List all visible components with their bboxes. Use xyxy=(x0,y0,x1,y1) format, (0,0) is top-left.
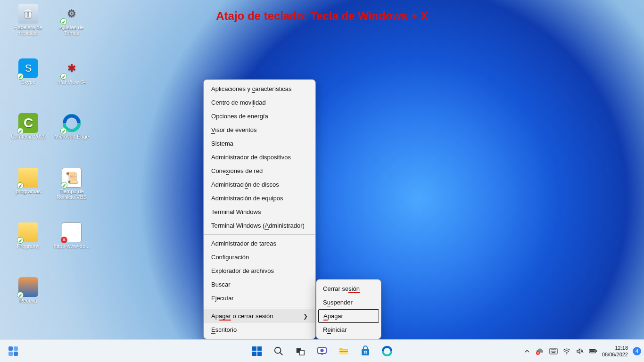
winx-item-task-manager[interactable]: Administrador de tareas xyxy=(204,237,315,250)
annotation-text: Atajo de teclado: Tecla de Windows + X xyxy=(0,9,644,23)
winx-item-computer-management[interactable]: Administración de equipos xyxy=(204,191,315,205)
clock-date: 08/06/2022 xyxy=(602,351,628,358)
submenu-item-sleep[interactable]: Suspender xyxy=(316,296,381,309)
notification-button[interactable]: 4 xyxy=(633,347,641,355)
icon-label: Recuva xyxy=(19,298,37,304)
svg-rect-3 xyxy=(8,352,13,356)
winx-item-terminal[interactable]: Terminal Windows xyxy=(204,205,315,219)
winx-item-event-viewer[interactable]: Visor de eventos xyxy=(204,123,315,137)
svg-rect-16 xyxy=(339,351,348,352)
winx-item-disk-management[interactable]: Administración de discos xyxy=(204,178,315,191)
winx-menu: Aplicaciones y características Centro de… xyxy=(203,79,316,339)
desktop-icon-tiempo-reinicio[interactable]: 📜 Tiempo de Reinicio.VBS xyxy=(53,168,91,200)
icon-label: Microsoft Edge xyxy=(54,134,89,140)
winx-item-power-options[interactable]: Opciones de energía xyxy=(204,109,315,123)
desktop-icon-recycle-bin[interactable]: 🗑 Papelera de reciclaje xyxy=(9,4,47,36)
winx-item-run[interactable]: Ejecutar xyxy=(204,291,315,305)
tray-onedrive-icon[interactable]: ✕ xyxy=(536,347,545,355)
svg-rect-12 xyxy=(299,350,304,355)
icon-label: Camtasia 2020 xyxy=(11,134,46,140)
taskbar-clock[interactable]: 12:18 08/06/2022 xyxy=(602,345,628,358)
svg-line-30 xyxy=(582,349,583,353)
submenu-item-shutdown[interactable]: Apagar xyxy=(318,309,379,323)
tray-battery-icon[interactable] xyxy=(589,347,597,355)
desktop-icon-camtasia[interactable]: C Camtasia 2020 xyxy=(9,113,47,140)
svg-rect-19 xyxy=(366,351,367,352)
desktop-icon-https-file[interactable]: https-www-do... xyxy=(53,222,91,249)
task-view-button[interactable] xyxy=(291,342,310,361)
task-view-icon xyxy=(295,346,305,356)
skype-icon: S xyxy=(18,58,38,78)
file-icon xyxy=(62,222,82,242)
tray-wifi-icon[interactable] xyxy=(562,347,571,355)
folder-icon xyxy=(18,168,38,188)
icon-label: Tiempo de Reinicio.VBS xyxy=(57,189,87,200)
submenu-item-signout[interactable]: Cerrar sesión xyxy=(316,282,381,296)
desktop-icon-ajustes-temas[interactable]: ⚙ Ajustes de Temas xyxy=(53,4,91,36)
irfanview-icon: ✱ xyxy=(62,58,82,78)
svg-line-10 xyxy=(280,352,283,355)
winx-item-shutdown-signout[interactable]: Apagar o cerrar sesión ❯ xyxy=(204,309,315,323)
svg-rect-2 xyxy=(14,346,18,351)
desktop-icon-programy[interactable]: Programy xyxy=(9,222,47,249)
tray-volume-icon[interactable] xyxy=(576,347,584,355)
chat-icon xyxy=(316,346,328,357)
icon-label: IrfanView 64 xyxy=(58,79,86,85)
tray-overflow-button[interactable] xyxy=(523,347,531,355)
winx-item-settings[interactable]: Configuración xyxy=(204,250,315,264)
svg-rect-20 xyxy=(364,352,365,354)
svg-rect-5 xyxy=(252,346,256,351)
edge-button[interactable] xyxy=(378,342,396,361)
search-button[interactable] xyxy=(269,342,288,361)
icon-label: programas xyxy=(16,189,41,194)
chat-button[interactable] xyxy=(313,342,331,361)
icon-label: Ajustes de Temas xyxy=(59,25,83,36)
shutdown-submenu: Cerrar sesión Suspender Apagar Reiniciar xyxy=(316,279,381,339)
svg-point-29 xyxy=(566,354,567,354)
widgets-button[interactable] xyxy=(4,342,23,361)
desktop[interactable]: Atajo de teclado: Tecla de Windows + X 🗑… xyxy=(0,0,644,362)
desktop-icon-edge[interactable]: Microsoft Edge xyxy=(53,113,91,140)
submenu-item-restart[interactable]: Reiniciar xyxy=(316,323,381,337)
svg-text:✕: ✕ xyxy=(537,352,539,354)
desktop-icon-recuva[interactable]: Recuva xyxy=(9,277,47,304)
menu-separator xyxy=(204,307,315,307)
winx-item-desktop[interactable]: Escritorio xyxy=(204,323,315,337)
winx-item-terminal-admin[interactable]: Terminal Windows (Administrador) xyxy=(204,219,315,232)
svg-point-14 xyxy=(321,349,324,352)
svg-rect-8 xyxy=(257,352,262,356)
desktop-icon-programas[interactable]: programas xyxy=(9,168,47,194)
taskbar: ✕ 12:18 08/06/2022 4 xyxy=(0,339,644,362)
windows-logo-icon xyxy=(251,346,263,357)
notification-count: 4 xyxy=(636,348,638,354)
desktop-icon-irfanview[interactable]: ✱ IrfanView 64 xyxy=(53,58,91,85)
winx-item-mobility[interactable]: Centro de movilidad xyxy=(204,96,315,109)
recuva-icon xyxy=(18,277,38,297)
volume-icon xyxy=(576,347,584,355)
edge-icon xyxy=(381,346,393,357)
store-button[interactable] xyxy=(356,342,375,361)
winx-item-file-explorer[interactable]: Explorador de archivos xyxy=(204,264,315,278)
tray-keyboard-icon[interactable] xyxy=(549,347,558,355)
svg-rect-33 xyxy=(590,350,595,352)
edge-icon xyxy=(62,113,82,133)
widgets-icon xyxy=(8,346,19,357)
svg-rect-32 xyxy=(596,350,597,352)
explorer-button[interactable] xyxy=(334,342,353,361)
battery-icon xyxy=(589,348,597,354)
start-button[interactable] xyxy=(248,342,266,361)
winx-item-search[interactable]: Buscar xyxy=(204,278,315,291)
icon-label: Programy xyxy=(17,243,40,249)
icon-label: Papelera de reciclaje xyxy=(14,25,42,36)
winx-item-device-manager[interactable]: Administrador de dispositivos xyxy=(204,150,315,164)
wifi-icon xyxy=(562,347,571,355)
svg-rect-1 xyxy=(8,346,13,351)
folder-icon xyxy=(338,346,349,357)
svg-rect-6 xyxy=(257,346,262,351)
desktop-icon-skype[interactable]: S Skype xyxy=(9,58,47,85)
recycle-bin-icon: 🗑 xyxy=(18,4,38,24)
winx-item-network[interactable]: Conexiones de red xyxy=(204,164,315,178)
winx-item-apps-features[interactable]: Aplicaciones y características xyxy=(204,82,315,96)
svg-rect-21 xyxy=(366,352,367,354)
winx-item-system[interactable]: Sistema xyxy=(204,137,315,150)
